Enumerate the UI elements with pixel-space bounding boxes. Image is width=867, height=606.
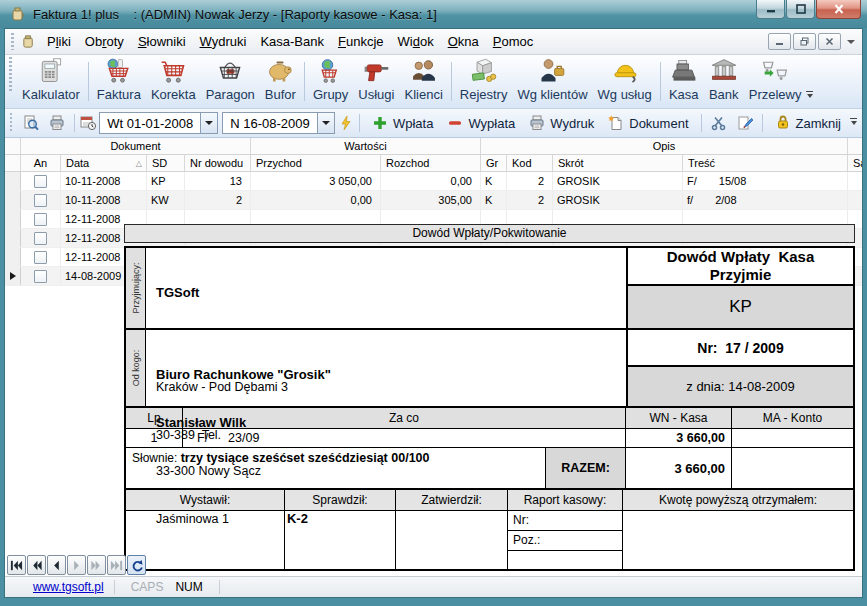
receipt-doc-header: Dowód Wpłaty Kasa Przyjmie KP — [626, 248, 853, 328]
nav-first-button[interactable] — [7, 555, 26, 575]
menu-item-wydruki[interactable]: Wydruki — [193, 31, 254, 52]
toolbar-button-wg-klientow[interactable]: Wg klientów — [512, 57, 592, 106]
receipt-total-label: RAZEM: — [546, 448, 626, 488]
minimize-button[interactable] — [756, 0, 785, 19]
date-to-dropdown[interactable] — [317, 113, 334, 133]
date-from-combo[interactable]: Wt 01-01-2008 — [99, 112, 218, 134]
grid-group-wartosci: Wartości — [251, 138, 481, 154]
mdi-document-icon[interactable] — [21, 34, 36, 49]
grid-column-header-nr-dowodu[interactable]: Nr dowodu — [185, 155, 251, 171]
cart-globe-small-icon — [316, 57, 346, 85]
bank-icon — [709, 57, 739, 85]
minus-red-icon — [447, 115, 463, 131]
nav-prior-button[interactable] — [47, 555, 66, 575]
toolbar-button-label: Wg usług — [598, 87, 652, 102]
action-wydruk[interactable]: Wydruk — [522, 111, 601, 135]
toolbar-button-korekta[interactable]: Korekta — [146, 57, 201, 106]
menu-item-funkcje[interactable]: Funkcje — [331, 31, 391, 52]
grid-column-header-tresc[interactable]: Treść — [683, 155, 848, 171]
toolbar-dropdown-caret[interactable] — [806, 57, 815, 106]
receipt-number: Nr: 17 / 2009 — [628, 330, 853, 367]
toolbar-button-faktura[interactable]: Faktura — [92, 57, 146, 106]
pencil-button[interactable] — [733, 112, 757, 134]
mdi-close-button[interactable] — [818, 33, 841, 50]
nav-refresh-button[interactable] — [127, 555, 146, 575]
row-checkbox[interactable] — [34, 251, 47, 264]
print-button[interactable] — [45, 112, 69, 134]
filter-left-tools — [19, 112, 69, 134]
cell-tresc: F/15/08 — [683, 172, 848, 190]
toolbar-button-klienci[interactable]: Klienci — [399, 57, 447, 106]
row-checkbox[interactable] — [34, 194, 47, 207]
toolbar-button-label: Paragon — [206, 87, 255, 102]
current-row-pointer — [10, 272, 16, 280]
menu-item-obroty[interactable]: Obroty — [78, 31, 131, 52]
menu-item-widok[interactable]: Widok — [391, 31, 441, 52]
cell: K — [481, 172, 507, 190]
menu-item-pomoc[interactable]: Pomoc — [486, 31, 540, 52]
receipt-number-block: Nr: 17 / 2009 z dnia: 14-08-2009 — [626, 330, 853, 406]
menu-item-pliki[interactable]: Pliki — [40, 31, 78, 52]
cell: 305,00 — [381, 191, 481, 209]
toolbar-button-przelewy[interactable]: Przelewy — [744, 57, 807, 106]
filter-toolbar-grip[interactable] — [10, 113, 12, 133]
lock-icon — [775, 114, 791, 133]
menubar-grip[interactable] — [11, 33, 14, 51]
preview-button[interactable] — [19, 112, 43, 134]
date-from-dropdown[interactable] — [200, 113, 217, 133]
status-bar: www.tgsoft.pl CAPS NUM — [5, 576, 862, 597]
row-checkbox[interactable] — [34, 232, 47, 245]
toolbar-button-rejestry[interactable]: Rejestry — [455, 57, 513, 106]
menu-item-okna[interactable]: Okna — [441, 31, 486, 52]
action-dokument[interactable]: Dokument — [601, 111, 695, 135]
grid-column-header-an[interactable]: An — [21, 155, 61, 171]
action-wplata[interactable]: Wpłata — [365, 111, 440, 135]
row-checkbox[interactable] — [34, 175, 47, 188]
toolbar-button-label: Korekta — [151, 87, 196, 102]
toolbar-overflow-caret[interactable] — [850, 118, 859, 129]
toolbar-button-uslugi[interactable]: Usługi — [353, 57, 399, 106]
toolbar-button-grupy[interactable]: Grupy — [308, 57, 353, 106]
close-report-button[interactable]: Zamknij — [768, 111, 849, 135]
toolbar-button-paragon[interactable]: Paragon — [201, 57, 260, 106]
tgsoft-link[interactable]: www.tgsoft.pl — [33, 580, 104, 594]
table-row[interactable]: 10-11-2008KP133 050,000,00K2GROSIKF/15/0… — [5, 172, 862, 191]
main-toolbar: KalkulatorFakturaKorektaParagonBuforGrup… — [5, 55, 862, 109]
cell: 2 — [507, 191, 553, 209]
toolbar-button-kasa[interactable]: Kasa — [664, 57, 704, 106]
close-button[interactable] — [816, 0, 861, 19]
mdi-restore-button[interactable] — [793, 33, 816, 50]
table-row[interactable]: 10-11-2008KW20,00305,00K2GROSIKf/2/08 — [5, 191, 862, 210]
grid-column-header-kod[interactable]: Kod — [507, 155, 553, 171]
action-wyplata[interactable]: Wypłata — [440, 111, 522, 135]
date-to-combo[interactable]: N 16-08-2009 — [222, 112, 335, 134]
menu-item-slowniki[interactable]: Słowniki — [131, 31, 193, 52]
row-checkbox[interactable] — [34, 270, 47, 283]
toolbar-button-wg-uslug[interactable]: Wg usług — [593, 57, 657, 106]
cell-an — [21, 267, 61, 285]
mdi-menu-caret[interactable] — [847, 40, 855, 44]
grid-column-header-skrot[interactable]: Skrót — [553, 155, 683, 171]
cell: 13 — [185, 172, 251, 190]
nav-prior-page-button[interactable] — [27, 555, 46, 575]
menu-item-kasa-bank[interactable]: Kasa-Bank — [253, 31, 331, 52]
toolbar-button-bank[interactable]: Bank — [704, 57, 744, 106]
grid-column-header-saldo[interactable]: Saldo — [848, 155, 862, 171]
grid-column-header-gr[interactable]: Gr — [481, 155, 507, 171]
maximize-button[interactable] — [786, 0, 815, 19]
toolbar-button-bufor[interactable]: Bufor — [260, 57, 301, 106]
toolbar-button-kalkulator[interactable]: Kalkulator — [17, 57, 85, 106]
grid-column-header-data[interactable]: Data△ — [61, 155, 147, 171]
receipt-amount-in-words: Słownie: trzy tysiące sześćset sześćdzie… — [126, 448, 853, 490]
calendar-icon[interactable] — [80, 112, 96, 134]
receipt-signatures-body: Nr: Poz.: — [126, 511, 853, 569]
scissors-button[interactable] — [707, 112, 731, 134]
lightning-icon[interactable] — [338, 112, 354, 134]
window-frame: PlikiObrotySłownikiWydrukiKasa-BankFunkc… — [4, 28, 863, 598]
row-checkbox[interactable] — [34, 213, 47, 226]
toolbar-grip[interactable] — [9, 57, 12, 91]
grid-column-header-przychod[interactable]: Przychod — [251, 155, 381, 171]
mdi-minimize-button[interactable] — [768, 33, 791, 50]
grid-column-header-sd[interactable]: SD — [147, 155, 185, 171]
grid-column-header-rozchod[interactable]: Rozchod — [381, 155, 481, 171]
